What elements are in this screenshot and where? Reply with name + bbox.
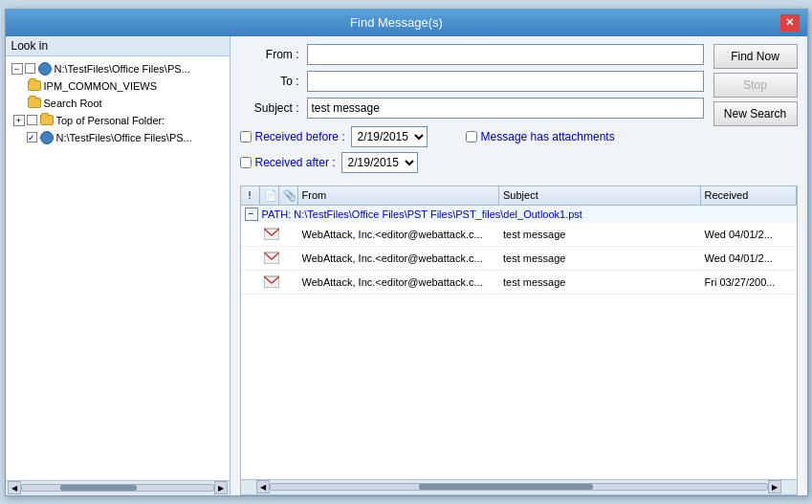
top-form-area: From : To : Subject : <box>240 44 798 126</box>
new-search-button[interactable]: New Search <box>713 101 798 126</box>
h-scrollbar-track[interactable] <box>270 483 768 491</box>
h-thumb-left[interactable] <box>60 485 137 491</box>
importance-cell-1 <box>241 232 260 236</box>
results-area: ! 📄 📎 From Subject Received − PATH: N:\T… <box>240 186 798 495</box>
network-icon-1 <box>37 61 53 77</box>
expand-plus-4[interactable]: + <box>13 115 25 126</box>
tree-item-2[interactable]: IPM_COMMON_VIEWS <box>10 77 226 95</box>
collapse-path-button[interactable]: − <box>245 208 258 221</box>
received-before-row: Received before : 2/19/2015 Message has … <box>240 126 798 147</box>
email-icon-2 <box>264 251 279 264</box>
expand-minus-1[interactable]: − <box>11 63 23 75</box>
left-arrow[interactable]: ◀ <box>8 481 21 494</box>
received-cell-3: Fri 03/27/200... <box>701 274 797 290</box>
window-body: Look in − N:\TestFiles\Office Files\PS..… <box>6 36 807 495</box>
folder-icon-3 <box>27 96 42 111</box>
path-row: − PATH: N:\TestFiles\Office Files\PST Fi… <box>241 206 797 223</box>
col-header-subject[interactable]: Subject <box>499 186 701 205</box>
attachments-label[interactable]: Message has attachments <box>466 130 615 143</box>
type-cell-2 <box>260 249 279 268</box>
importance-cell-2 <box>241 256 260 260</box>
importance-cell-3 <box>241 280 260 284</box>
received-before-date[interactable]: 2/19/2015 <box>351 126 428 147</box>
received-after-row: Received after : 2/19/2015 <box>240 152 798 173</box>
h-scrollbar-thumb[interactable] <box>419 484 593 490</box>
action-buttons: Find Now Stop New Search <box>713 44 798 126</box>
tree-label-4: Top of Personal Folder: <box>56 115 165 126</box>
subject-row: Subject : <box>240 98 704 119</box>
from-cell-1: WebAttack, Inc.<editor@webattack.c... <box>298 227 500 242</box>
received-before-group: Received before : 2/19/2015 <box>240 126 428 147</box>
email-icon-1 <box>264 227 279 240</box>
folder-icon-2 <box>27 78 42 94</box>
tree-item-4[interactable]: + Top of Personal Folder: <box>10 112 226 129</box>
received-cell-1: Wed 04/01/2... <box>701 227 797 242</box>
left-scrollbar[interactable]: ◀ ▶ <box>6 480 230 495</box>
subject-cell-1: test message <box>499 227 701 242</box>
col-header-importance[interactable]: ! <box>241 186 260 205</box>
table-row[interactable]: WebAttack, Inc.<editor@webattack.c... te… <box>241 247 797 271</box>
received-after-group: Received after : 2/19/2015 <box>240 152 418 173</box>
to-row: To : <box>240 71 704 92</box>
received-after-checkbox[interactable] <box>240 157 252 168</box>
email-icon-3 <box>264 274 279 288</box>
h-track-left[interactable] <box>21 484 214 492</box>
attachments-group: Message has attachments <box>466 130 621 143</box>
tree-item-5[interactable]: N:\TestFiles\Office Files\PS... <box>10 129 226 146</box>
received-after-label[interactable]: Received after : <box>240 156 336 169</box>
tree-label-3: Search Root <box>44 98 102 109</box>
close-button[interactable]: ✕ <box>780 14 800 32</box>
subject-cell-3: test message <box>499 274 701 290</box>
path-text: PATH: N:\TestFiles\Office Files\PST File… <box>262 208 582 220</box>
subject-label: Subject : <box>240 101 307 115</box>
scroll-right-arrow[interactable]: ▶ <box>768 480 781 493</box>
tree-area: − N:\TestFiles\Office Files\PS... IPM_CO… <box>6 56 230 480</box>
checkbox-4[interactable] <box>27 115 37 125</box>
window-title: Find Message(s) <box>13 15 780 30</box>
bottom-scrollbar[interactable]: ◀ ▶ <box>241 479 797 494</box>
form-fields: From : To : Subject : <box>240 44 704 124</box>
scroll-left-arrow[interactable]: ◀ <box>256 480 270 493</box>
checkbox-5[interactable] <box>27 132 37 142</box>
attach-cell-2 <box>279 256 298 260</box>
tree-label-2: IPM_COMMON_VIEWS <box>44 80 158 92</box>
table-row[interactable]: WebAttack, Inc.<editor@webattack.c... te… <box>241 223 797 247</box>
tree-label-5: N:\TestFiles\Office Files\PS... <box>56 132 192 143</box>
col-header-from[interactable]: From <box>298 186 500 205</box>
attach-cell-3 <box>279 280 298 284</box>
stop-button[interactable]: Stop <box>713 73 798 98</box>
attach-cell-1 <box>279 232 298 236</box>
checkbox-1[interactable] <box>25 63 35 74</box>
from-cell-2: WebAttack, Inc.<editor@webattack.c... <box>298 251 500 266</box>
title-bar: Find Message(s) ✕ <box>6 10 807 36</box>
attachments-checkbox[interactable] <box>466 131 477 142</box>
col-header-received[interactable]: Received <box>701 186 797 205</box>
search-form: From : To : Subject : <box>230 36 807 186</box>
received-cell-2: Wed 04/01/2... <box>701 251 797 266</box>
type-cell-1 <box>260 225 279 244</box>
received-after-date[interactable]: 2/19/2015 <box>341 152 418 173</box>
network-icon-5 <box>39 130 55 145</box>
results-header: ! 📄 📎 From Subject Received <box>241 186 797 206</box>
subject-input[interactable] <box>307 98 704 119</box>
to-label: To : <box>240 75 307 88</box>
results-body: − PATH: N:\TestFiles\Office Files\PST Fi… <box>241 206 797 479</box>
right-arrow-left-panel[interactable]: ▶ <box>214 481 228 494</box>
find-now-button[interactable]: Find Now <box>713 44 798 69</box>
tree-item-3[interactable]: Search Root <box>10 95 226 112</box>
folder-icon-4 <box>39 113 55 128</box>
table-row[interactable]: WebAttack, Inc.<editor@webattack.c... te… <box>241 271 797 295</box>
right-panel: From : To : Subject : <box>230 36 807 495</box>
type-cell-3 <box>260 273 279 292</box>
tree-item-1[interactable]: − N:\TestFiles\Office Files\PS... <box>10 60 226 77</box>
col-header-attachment[interactable]: 📎 <box>279 186 298 205</box>
subject-cell-2: test message <box>499 251 701 266</box>
from-input[interactable] <box>307 44 704 65</box>
received-before-checkbox[interactable] <box>240 131 252 142</box>
received-before-label[interactable]: Received before : <box>240 130 345 143</box>
from-cell-3: WebAttack, Inc.<editor@webattack.c... <box>298 274 500 290</box>
col-header-type[interactable]: 📄 <box>260 186 279 205</box>
from-label: From : <box>240 48 307 61</box>
tree-label-1: N:\TestFiles\Office Files\PS... <box>55 63 190 75</box>
to-input[interactable] <box>307 71 704 92</box>
